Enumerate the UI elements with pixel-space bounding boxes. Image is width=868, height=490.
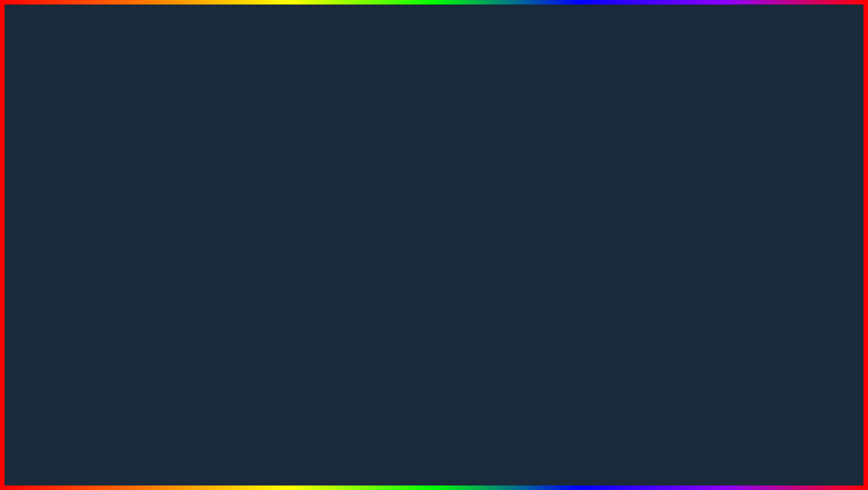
sidebar-label-stats: Stats xyxy=(275,160,288,167)
feature-row-raidnormal: M Auto Raid Normal [One Click] xyxy=(401,218,593,232)
feature-label-raidhop: Auto Raid Hop xyxy=(418,207,573,213)
m-badge-aweak: M xyxy=(403,235,412,244)
front-sidebar-label-fruit: Fruit xyxy=(365,242,376,249)
title-letter-o: O xyxy=(260,9,330,99)
sidebar-item-players[interactable]: ✏ Players xyxy=(258,252,312,268)
toggle-aweak[interactable] xyxy=(575,236,591,244)
no-key-text: NO KEY‼ xyxy=(391,162,510,194)
sidebar-item-stats[interactable]: 📈 Stats xyxy=(258,155,312,171)
gear-icon: ⚙ xyxy=(264,176,271,183)
fruit-icon: 🍎 xyxy=(264,192,271,199)
feature-bar-auto600 xyxy=(329,157,330,166)
toggle-knob-fruitinv xyxy=(584,266,591,272)
feature-bar-fruitinv xyxy=(414,265,416,274)
weapon-anchor xyxy=(36,193,135,321)
panel-back-hub: HUB xyxy=(287,113,300,120)
front-sidebar-label-teleport: Teleport xyxy=(365,291,385,298)
title-letter-l: L xyxy=(205,9,260,99)
front-sidebar-item-players[interactable]: ✏ Players xyxy=(348,302,397,318)
players-icon: ✏ xyxy=(264,257,271,264)
sidebar-label-fruit: Fruit xyxy=(275,192,286,199)
svg-point-4 xyxy=(75,200,96,222)
front-sidebar-label-stats: Stats xyxy=(365,210,378,217)
script-word: SCRIPT xyxy=(350,424,531,481)
front-sidebar-item-raid[interactable]: ⚔ Raid xyxy=(348,270,397,286)
panel-front-content: ⌂ Genneral 📈 Stats ⚙ MiscFarm 🍎 Fruit 🛒 xyxy=(348,187,597,320)
m-badge-raidnormal: M xyxy=(403,220,412,229)
stats-icon: 📈 xyxy=(264,160,271,167)
front-gear-icon: ⚙ xyxy=(354,226,361,233)
sidebar-item-fruit[interactable]: 🍎 Fruit xyxy=(258,187,312,204)
toggle-knob-raidhop xyxy=(584,207,591,213)
sidebar-item-teleport[interactable]: 📍 Teleport xyxy=(258,236,312,252)
title-letter-b: B xyxy=(140,9,205,99)
front-sidebar-label-players: Players xyxy=(365,307,384,314)
feature-bar-raidnormal xyxy=(414,220,416,229)
home-icon: ⌂ xyxy=(264,143,271,151)
sidebar-label-miscfarm: MiscFarm xyxy=(275,176,300,183)
panel-front-title: Makori xyxy=(353,176,373,183)
front-sidebar-item-shop[interactable]: 🛒 Shop xyxy=(348,254,397,270)
title-container: B L O X F R U I T S xyxy=(0,9,868,99)
panel-back-header: Makori HUB xyxy=(258,109,453,124)
free-no-key-container: FREE NO KEY‼ xyxy=(391,130,510,194)
toggle-knob-raidnormal xyxy=(584,222,591,228)
title-letter-t: T xyxy=(613,9,668,99)
front-home-icon: ⌂ xyxy=(354,193,361,200)
front-sidebar-item-genneral[interactable]: ⌂ Genneral xyxy=(348,189,397,205)
front-sidebar-label-raid: Raid xyxy=(365,275,377,281)
svg-point-11 xyxy=(82,301,89,308)
front-players-icon: ✏ xyxy=(354,307,361,314)
feature-label-raidnormal: Auto Raid Normal [One Click] xyxy=(418,222,573,228)
front-teleport-icon: 📍 xyxy=(354,290,361,298)
panel-front-sidebar: ⌂ Genneral 📈 Stats ⚙ MiscFarm 🍎 Fruit 🛒 xyxy=(348,187,397,320)
toggle-raidnormal[interactable] xyxy=(575,221,591,229)
toggle-knob-aweak xyxy=(584,236,591,243)
m-badge-raidhop: M xyxy=(403,205,412,214)
chevron-down-icon: ∨ xyxy=(587,251,591,258)
front-sidebar-item-miscfarm[interactable]: ⚙ MiscFarm xyxy=(348,221,397,237)
front-raid-icon: ⚔ xyxy=(354,274,361,281)
xfruits-logo: 💀 X FRUITS xyxy=(743,387,841,472)
feature-label-aweak: Auto Aweak xyxy=(418,236,573,243)
title-letter-u: U xyxy=(523,9,588,99)
feature-bar-aweak xyxy=(414,235,416,244)
panel-front-main: Wait For Dungeon M Auto Raid Hop M Auto … xyxy=(397,187,597,320)
m-badge-autofarm: M xyxy=(317,143,326,151)
sidebar-label-teleport: Teleport xyxy=(275,241,295,248)
title-letter-f: F xyxy=(403,9,458,99)
front-sidebar-item-stats[interactable]: 📈 Stats xyxy=(348,205,397,221)
shop-icon: 🛒 xyxy=(264,208,271,215)
update-text: UPDATE 20 SCRIPT PASTEBIN xyxy=(86,424,782,481)
sidebar-item-genneral[interactable]: ⌂ Genneral xyxy=(258,139,312,155)
feature-row-raidhop: M Auto Raid Hop xyxy=(401,203,593,218)
panel-back-sidebar: ⌂ Genneral 📈 Stats ⚙ MiscFarm 🍎 Fruit 🛒 xyxy=(258,136,312,271)
update-container: UPDATE 20 SCRIPT PASTEBIN xyxy=(0,424,868,481)
title-letter-s: S xyxy=(668,9,728,99)
feature-label-fruitinv: Get Fruit Inventory xyxy=(418,266,573,272)
sidebar-label-shop: Shop xyxy=(275,209,288,215)
sidebar-label-raid: Raid xyxy=(275,225,287,232)
select-dungeon-row[interactable]: Select Dungeon : ∨ xyxy=(401,247,593,262)
skull-icon: 💀 xyxy=(781,374,804,395)
main-title: B L O X F R U I T S xyxy=(0,9,868,99)
select-dungeon-label: Select Dungeon : xyxy=(403,251,587,258)
front-sidebar-label-shop: Shop xyxy=(365,258,378,265)
panel-front-hub: HUB xyxy=(377,176,390,183)
toggle-raidhop[interactable] xyxy=(575,206,591,214)
toggle-fruitinv[interactable] xyxy=(575,265,591,273)
sidebar-item-miscfarm[interactable]: ⚙ MiscFarm xyxy=(258,171,312,187)
front-sidebar-item-teleport[interactable]: 📍 Teleport xyxy=(348,286,397,302)
update-number: 20 xyxy=(290,424,345,481)
sidebar-item-raid[interactable]: ⚔ Raid xyxy=(258,220,312,236)
front-sidebar-item-fruit[interactable]: 🍎 Fruit xyxy=(348,237,397,254)
teleport-to-lab-button[interactable]: Teleport to Lab xyxy=(401,280,593,297)
sidebar-label-genneral: Genneral xyxy=(275,144,299,151)
front-shop-icon: 🛒 xyxy=(354,258,361,265)
title-letter-i: I xyxy=(588,9,613,99)
feature-row-fruitinv: M Get Fruit Inventory xyxy=(401,262,593,277)
update-word: UPDATE xyxy=(86,424,286,481)
front-sidebar-label-genneral: Genneral xyxy=(365,194,389,200)
front-stats-icon: 📈 xyxy=(354,209,361,217)
sidebar-item-shop[interactable]: 🛒 Shop xyxy=(258,204,312,220)
